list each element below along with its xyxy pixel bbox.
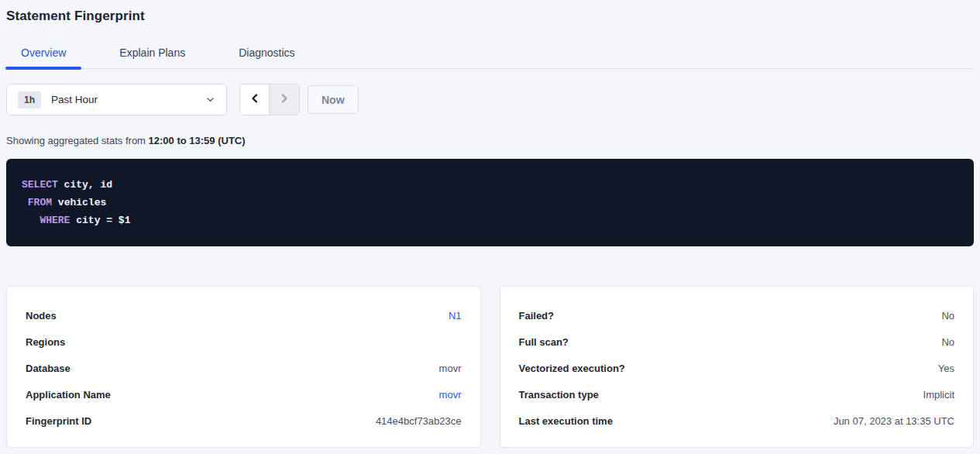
row-fingerprint-id: Fingerprint ID 414e4bcf73ab23ce bbox=[26, 408, 462, 434]
tab-explain-plans[interactable]: Explain Plans bbox=[104, 46, 201, 68]
chevron-left-icon bbox=[249, 92, 261, 108]
database-value: movr bbox=[439, 363, 462, 374]
row-full-scan: Full scan? No bbox=[519, 328, 955, 355]
vectorized-execution-value: Yes bbox=[938, 363, 954, 374]
summary-cards: Nodes N1 Regions Database movr Applicati… bbox=[6, 286, 974, 448]
now-button[interactable]: Now bbox=[308, 85, 359, 114]
sql-text: vehicles bbox=[52, 197, 106, 208]
row-database: Database movr bbox=[26, 355, 462, 381]
execution-attributes-card: Failed? No Full scan? No Vectorized exec… bbox=[500, 286, 975, 448]
chevron-down-icon bbox=[205, 95, 215, 105]
time-controls: 1h Past Hour bbox=[6, 84, 974, 115]
stats-range: 12:00 to 13:59 (UTC) bbox=[149, 135, 246, 146]
row-label: Nodes bbox=[26, 310, 57, 322]
sql-text: city, id bbox=[58, 179, 112, 191]
time-step-group bbox=[239, 84, 300, 115]
row-failed: Failed? No bbox=[519, 302, 955, 328]
sql-indent bbox=[22, 215, 40, 226]
full-scan-value: No bbox=[941, 336, 954, 348]
time-range-badge: 1h bbox=[18, 91, 41, 108]
tab-overview[interactable]: Overview bbox=[5, 46, 81, 68]
last-execution-time-value: Jun 07, 2023 at 13:35 UTC bbox=[834, 415, 954, 427]
sql-keyword: FROM bbox=[28, 197, 52, 208]
stats-prefix: Showing aggregated stats from bbox=[6, 135, 149, 146]
sql-keyword: SELECT bbox=[22, 179, 58, 191]
row-last-execution-time: Last execution time Jun 07, 2023 at 13:3… bbox=[519, 408, 955, 434]
time-range-dropdown[interactable]: 1h Past Hour bbox=[6, 84, 227, 115]
row-label: Application Name bbox=[26, 389, 111, 401]
sql-keyword: WHERE bbox=[40, 215, 70, 226]
row-label: Full scan? bbox=[519, 336, 569, 348]
sql-statement-box: SELECT city, id FROM vehicles WHERE city… bbox=[6, 159, 974, 246]
row-label: Transaction type bbox=[519, 389, 599, 401]
tab-bar: Overview Explain Plans Diagnostics bbox=[5, 46, 974, 69]
row-application-name: Application Name movr bbox=[26, 381, 462, 408]
time-range-label: Past Hour bbox=[51, 94, 98, 105]
sql-text: city = $1 bbox=[70, 215, 130, 226]
fingerprint-id-value: 414e4bcf73ab23ce bbox=[376, 415, 462, 427]
sql-indent bbox=[22, 197, 28, 208]
row-regions: Regions bbox=[26, 328, 462, 355]
page-title: Statement Fingerprint bbox=[6, 9, 974, 24]
sql-line-1: SELECT city, id bbox=[22, 176, 958, 194]
row-label: Database bbox=[26, 363, 70, 374]
transaction-type-value: Implicit bbox=[923, 389, 954, 401]
row-label: Vectorized execution? bbox=[519, 363, 625, 374]
aggregated-stats-line: Showing aggregated stats from 12:00 to 1… bbox=[6, 135, 974, 146]
previous-time-button[interactable] bbox=[240, 84, 270, 115]
sql-line-2: FROM vehicles bbox=[22, 194, 958, 212]
row-label: Last execution time bbox=[519, 415, 613, 427]
sql-line-3: WHERE city = $1 bbox=[22, 212, 958, 229]
tab-diagnostics[interactable]: Diagnostics bbox=[223, 46, 310, 68]
nodes-link[interactable]: N1 bbox=[449, 310, 462, 322]
row-nodes: Nodes N1 bbox=[26, 302, 462, 328]
row-transaction-type: Transaction type Implicit bbox=[519, 381, 955, 408]
next-time-button[interactable] bbox=[270, 84, 299, 115]
statement-fingerprint-page: Statement Fingerprint Overview Explain P… bbox=[0, 9, 980, 448]
row-label: Fingerprint ID bbox=[26, 415, 91, 427]
row-label: Failed? bbox=[519, 310, 555, 322]
row-label: Regions bbox=[26, 336, 65, 348]
application-name-link[interactable]: movr bbox=[439, 389, 462, 401]
statement-details-card: Nodes N1 Regions Database movr Applicati… bbox=[6, 286, 481, 448]
failed-value: No bbox=[941, 310, 954, 322]
row-vectorized-execution: Vectorized execution? Yes bbox=[519, 355, 955, 381]
chevron-right-icon bbox=[278, 92, 291, 108]
